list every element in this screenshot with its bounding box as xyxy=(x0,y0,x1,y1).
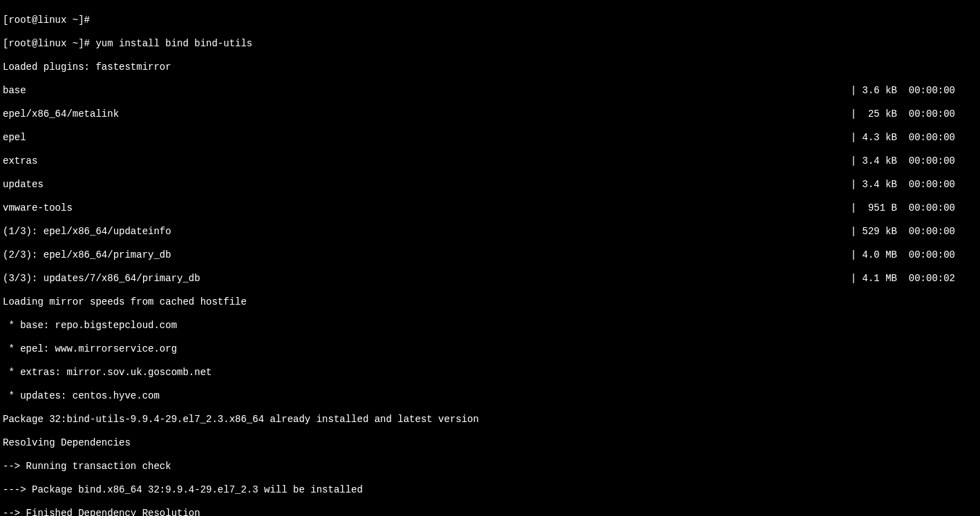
repo-row: epel| 4.3 kB 00:00:00 xyxy=(3,132,977,144)
plugins-line: Loaded plugins: fastestmirror xyxy=(3,61,977,73)
mirror-line: * epel: www.mirrorservice.org xyxy=(3,343,977,355)
loading-mirror-line: Loading mirror speeds from cached hostfi… xyxy=(3,296,977,308)
command-line: [root@linux ~]# yum install bind bind-ut… xyxy=(3,38,977,50)
repo-size: | 3.4 kB 00:00:00 xyxy=(851,179,977,191)
repo-size: | 3.4 kB 00:00:00 xyxy=(851,155,977,167)
mirror-line: * extras: mirror.sov.uk.goscomb.net xyxy=(3,367,977,379)
repo-size: | 4.1 MB 00:00:02 xyxy=(851,273,977,285)
prompt-line: [root@linux ~]# xyxy=(3,15,977,26)
repo-name: epel/x86_64/metalink xyxy=(3,108,119,120)
repo-size: | 951 B 00:00:00 xyxy=(851,202,977,214)
repo-size: | 529 kB 00:00:00 xyxy=(851,226,977,238)
repo-size: | 4.0 MB 00:00:00 xyxy=(851,249,977,261)
dep-line: --> Finished Dependency Resolution xyxy=(3,508,977,516)
already-installed-line: Package 32:bind-utils-9.9.4-29.el7_2.3.x… xyxy=(3,414,977,426)
repo-row: (3/3): updates/7/x86_64/primary_db| 4.1 … xyxy=(3,273,977,285)
resolving-line: Resolving Dependencies xyxy=(3,437,977,449)
repo-name: (3/3): updates/7/x86_64/primary_db xyxy=(3,273,200,285)
mirror-line: * base: repo.bigstepcloud.com xyxy=(3,320,977,332)
repo-row: epel/x86_64/metalink| 25 kB 00:00:00 xyxy=(3,108,977,120)
repo-name: extras xyxy=(3,155,37,167)
repo-name: (1/3): epel/x86_64/updateinfo xyxy=(3,226,171,238)
terminal-output[interactable]: [root@linux ~]# [root@linux ~]# yum inst… xyxy=(0,0,980,516)
repo-row: updates| 3.4 kB 00:00:00 xyxy=(3,179,977,191)
repo-row: (2/3): epel/x86_64/primary_db| 4.0 MB 00… xyxy=(3,249,977,261)
repo-name: base xyxy=(3,85,26,97)
repo-row: vmware-tools| 951 B 00:00:00 xyxy=(3,202,977,214)
repo-size: | 25 kB 00:00:00 xyxy=(851,108,977,120)
repo-name: vmware-tools xyxy=(3,202,73,214)
repo-size: | 4.3 kB 00:00:00 xyxy=(851,132,977,144)
repo-row: extras| 3.4 kB 00:00:00 xyxy=(3,155,977,167)
repo-name: updates xyxy=(3,179,44,191)
mirror-line: * updates: centos.hyve.com xyxy=(3,390,977,402)
repo-name: epel xyxy=(3,132,26,144)
repo-size: | 3.6 kB 00:00:00 xyxy=(851,85,977,97)
repo-row: (1/3): epel/x86_64/updateinfo| 529 kB 00… xyxy=(3,226,977,238)
repo-row: base| 3.6 kB 00:00:00 xyxy=(3,85,977,97)
repo-name: (2/3): epel/x86_64/primary_db xyxy=(3,249,171,261)
dep-line: ---> Package bind.x86_64 32:9.9.4-29.el7… xyxy=(3,484,977,496)
dep-line: --> Running transaction check xyxy=(3,461,977,472)
